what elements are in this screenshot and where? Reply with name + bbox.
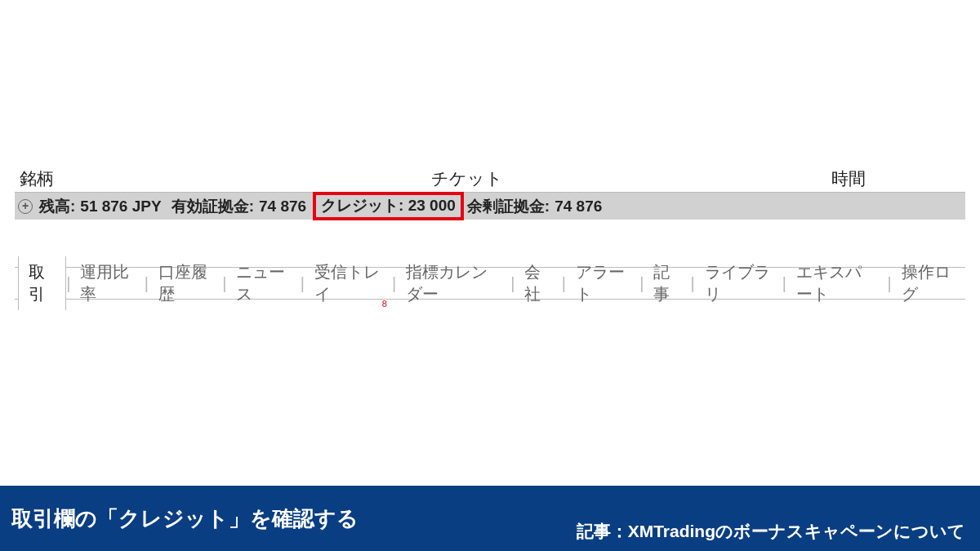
col-symbol: 銘柄: [20, 167, 54, 190]
tab-inbox[interactable]: 受信トレイ 8: [305, 256, 392, 310]
tab-inbox-label: 受信トレイ: [314, 263, 380, 303]
caption-bar: 取引欄の「クレジット」を確認する 記事：XMTradingのボーナスキャペーンに…: [0, 486, 980, 551]
col-time: 時間: [831, 167, 866, 190]
tab-history[interactable]: 口座履歴: [149, 256, 222, 310]
tab-ratio[interactable]: 運用比率: [70, 256, 144, 310]
inbox-badge: 8: [382, 299, 387, 309]
equity-label: 有効証拠金:: [172, 196, 254, 217]
tab-news[interactable]: ニュース: [226, 256, 300, 310]
equity-value: 74 876: [259, 198, 306, 216]
terminal-tabs: 取引 | 運用比率 | 口座履歴 | ニュース | 受信トレイ 8 | 指標カレ…: [15, 267, 965, 300]
account-summary-row[interactable]: 残高: 51 876 JPY 有効証拠金: 74 876 クレジット: 23 0…: [15, 192, 965, 220]
caption-article: 記事：XMTradingのボーナスキャペーンについて: [577, 520, 965, 551]
caption-title: 取引欄の「クレジット」を確認する: [11, 504, 359, 533]
tab-log[interactable]: 操作ログ: [892, 256, 965, 310]
tab-calendar[interactable]: 指標カレンダー: [396, 256, 510, 310]
expand-plus-icon[interactable]: [18, 199, 33, 214]
balance-label: 残高:: [39, 196, 75, 217]
tab-library[interactable]: ライブラリ: [695, 256, 782, 310]
credit-highlight-box: クレジット: 23 000: [313, 192, 464, 220]
free-margin-label: 余剰証拠金:: [467, 196, 550, 217]
tab-expert[interactable]: エキスパート: [786, 256, 888, 310]
tab-trade[interactable]: 取引: [18, 256, 66, 310]
column-headers: 銘柄 チケット 時間: [15, 167, 965, 192]
credit-value: 23 000: [408, 197, 456, 214]
tab-article[interactable]: 記事: [644, 256, 690, 310]
tab-company[interactable]: 会社: [514, 256, 561, 310]
balance-value: 51 876 JPY: [80, 198, 161, 216]
credit-label: クレジット:: [321, 197, 403, 214]
tab-alert[interactable]: アラート: [566, 256, 639, 310]
free-margin-value: 74 876: [555, 198, 602, 216]
col-ticket: チケット: [431, 167, 503, 190]
terminal-panel: 銘柄 チケット 時間 残高: 51 876 JPY 有効証拠金: 74 876 …: [15, 167, 965, 300]
